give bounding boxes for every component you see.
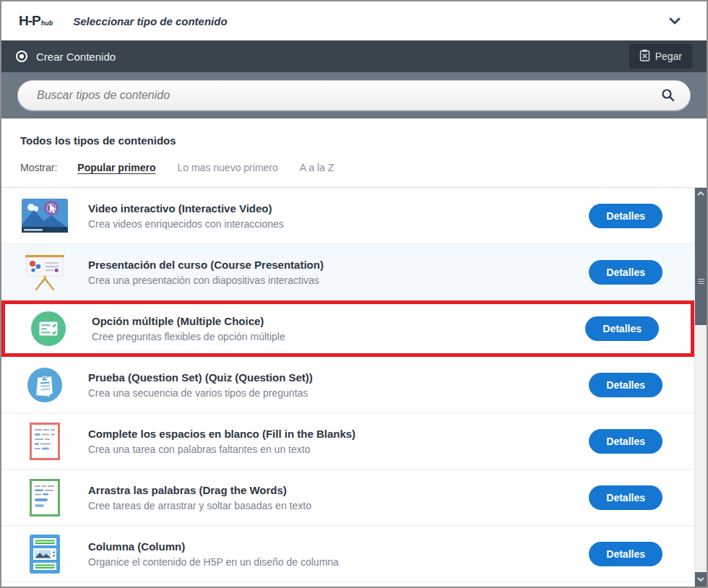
details-button[interactable]: Detalles bbox=[589, 542, 662, 566]
list-item-multiple-choice-highlighted[interactable]: Opción múltiple (Multiple Choice) Cree p… bbox=[1, 301, 694, 357]
item-description: Crea videos enriquecidos con interaccion… bbox=[88, 218, 580, 230]
create-content-bar: Crear Contenido Pegar bbox=[1, 40, 707, 72]
create-content-label[interactable]: Crear Contenido bbox=[36, 51, 116, 63]
paste-button[interactable]: Pegar bbox=[629, 44, 692, 69]
search-icon[interactable] bbox=[660, 87, 676, 106]
paste-button-label: Pegar bbox=[655, 51, 682, 62]
list-item-interactive-video[interactable]: Video interactivo (Interactive Video) Cr… bbox=[1, 188, 694, 244]
details-button[interactable]: Detalles bbox=[585, 316, 659, 341]
scroll-up-icon bbox=[697, 191, 704, 196]
item-title: Opción múltiple (Multiple Choice) bbox=[92, 315, 577, 327]
item-title: Columna (Column) bbox=[88, 540, 580, 553]
item-title: Presentación del curso (Course Presentat… bbox=[88, 259, 580, 271]
drag-words-icon bbox=[19, 479, 71, 516]
multiple-choice-icon bbox=[22, 311, 74, 346]
logo-text: H-P bbox=[19, 13, 40, 29]
list-title: Todos los tipos de contenidos bbox=[20, 134, 688, 147]
search-input[interactable] bbox=[17, 80, 691, 111]
list-item-drag-words[interactable]: Arrastra las palabras (Drag the Words) C… bbox=[1, 470, 694, 526]
logo-suffix: hub bbox=[41, 20, 53, 27]
list-item-fill-in-blanks[interactable]: Complete los espacios en blanco (Fill in… bbox=[1, 413, 694, 470]
paste-icon bbox=[639, 49, 650, 64]
item-description: Crea una presentación con diapositivas i… bbox=[88, 274, 580, 286]
item-description: Cree preguntas flexibles de opción múlti… bbox=[92, 331, 577, 342]
sort-option-popular[interactable]: Popular primero bbox=[77, 162, 155, 173]
hub-title-bar: H-P hub Seleccionar tipo de contenido bbox=[1, 1, 707, 40]
item-title: Arrastra las palabras (Drag the Words) bbox=[88, 484, 580, 496]
dialog-title: Seleccionar tipo de contenido bbox=[73, 15, 227, 27]
column-icon bbox=[19, 535, 71, 574]
details-button[interactable]: Detalles bbox=[589, 373, 662, 397]
list-item-column[interactable]: Columna (Column) Organice el contenido d… bbox=[1, 526, 694, 582]
h5p-logo: H-P hub bbox=[19, 13, 53, 29]
details-button[interactable]: Detalles bbox=[589, 429, 662, 454]
h5p-hub-dialog: H-P hub Seleccionar tipo de contenido Cr… bbox=[0, 0, 708, 588]
search-bar bbox=[1, 72, 707, 118]
course-presentation-icon bbox=[19, 254, 71, 291]
item-description: Cree tareas de arrastrar y soltar basada… bbox=[88, 500, 580, 511]
item-title: Complete los espacios en blanco (Fill in… bbox=[88, 428, 580, 440]
item-description: Crea una tarea con palabras faltantes en… bbox=[88, 444, 580, 455]
content-list-header: Todos los tipos de contenidos Mostrar: P… bbox=[1, 118, 707, 187]
list-item-question-set[interactable]: ? Prueba (Question Set) (Quiz (Question … bbox=[1, 357, 694, 413]
list-item-course-presentation[interactable]: Presentación del curso (Course Presentat… bbox=[1, 244, 694, 301]
interactive-video-icon bbox=[19, 199, 71, 233]
item-title: Video interactivo (Interactive Video) bbox=[88, 202, 580, 215]
scrollbar-thumb[interactable] bbox=[695, 188, 707, 325]
scroll-down-icon bbox=[697, 577, 704, 581]
chevron-down-icon[interactable] bbox=[669, 14, 681, 27]
details-button[interactable]: Detalles bbox=[589, 485, 662, 510]
details-button[interactable]: Detalles bbox=[589, 204, 662, 228]
content-type-list: Video interactivo (Interactive Video) Cr… bbox=[1, 187, 707, 587]
sort-label: Mostrar: bbox=[20, 162, 57, 173]
fill-in-blanks-icon bbox=[19, 423, 71, 460]
details-button[interactable]: Detalles bbox=[589, 260, 662, 285]
item-description: Crea una secuencia de varios tipos de pr… bbox=[88, 387, 580, 399]
sort-option-newest[interactable]: Lo mas nuevo primero bbox=[177, 162, 277, 173]
question-set-icon: ? bbox=[19, 368, 71, 402]
scrollbar-grip bbox=[698, 279, 704, 284]
sort-option-a-to-z[interactable]: A a la Z bbox=[300, 162, 334, 173]
item-title: Prueba (Question Set) (Quiz (Question Se… bbox=[88, 371, 580, 384]
item-description: Organice el contenido de H5P en un diseñ… bbox=[88, 556, 580, 568]
radio-selected-icon[interactable] bbox=[16, 51, 27, 62]
scrollbar[interactable] bbox=[694, 188, 707, 587]
scrollbar-down-button[interactable] bbox=[695, 572, 707, 587]
sort-row: Mostrar: Popular primero Lo mas nuevo pr… bbox=[20, 162, 688, 173]
